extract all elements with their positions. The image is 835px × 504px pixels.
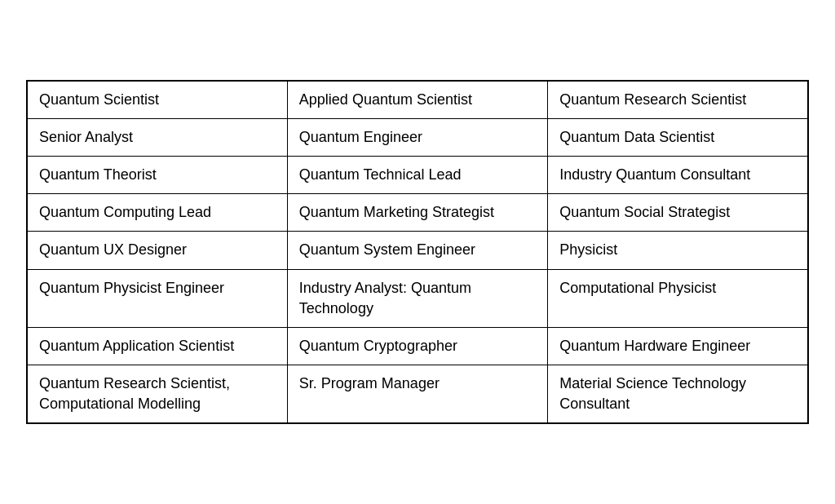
cell-r5-c0: Quantum Physicist Engineer (27, 269, 287, 327)
table-row: Quantum TheoristQuantum Technical LeadIn… (27, 156, 808, 193)
cell-r2-c2: Industry Quantum Consultant (548, 156, 808, 193)
cell-r7-c2: Material Science Technology Consultant (548, 365, 808, 424)
table-row: Quantum Computing LeadQuantum Marketing … (27, 194, 808, 232)
cell-r0-c2: Quantum Research Scientist (548, 81, 808, 119)
table-row: Quantum Physicist EngineerIndustry Analy… (27, 269, 808, 327)
cell-r1-c0: Senior Analyst (27, 118, 287, 156)
table-row: Quantum UX DesignerQuantum System Engine… (27, 232, 808, 269)
cell-r2-c0: Quantum Theorist (27, 156, 287, 193)
table-wrapper: Quantum ScientistApplied Quantum Scienti… (10, 64, 825, 441)
cell-r0-c1: Applied Quantum Scientist (287, 81, 547, 119)
cell-r7-c1: Sr. Program Manager (287, 365, 547, 424)
cell-r4-c2: Physicist (548, 232, 808, 269)
cell-r6-c0: Quantum Application Scientist (27, 327, 287, 365)
cell-r2-c1: Quantum Technical Lead (287, 156, 547, 193)
table-row: Quantum Research Scientist, Computationa… (27, 365, 808, 424)
cell-r6-c2: Quantum Hardware Engineer (548, 327, 808, 365)
cell-r7-c0: Quantum Research Scientist, Computationa… (27, 365, 287, 424)
cell-r1-c1: Quantum Engineer (287, 118, 547, 156)
cell-r0-c0: Quantum Scientist (27, 81, 287, 119)
table-row: Quantum Application ScientistQuantum Cry… (27, 327, 808, 365)
cell-r6-c1: Quantum Cryptographer (287, 327, 547, 365)
cell-r5-c1: Industry Analyst: Quantum Technology (287, 269, 547, 327)
cell-r3-c2: Quantum Social Strategist (548, 194, 808, 232)
job-titles-table: Quantum ScientistApplied Quantum Scienti… (26, 80, 809, 425)
cell-r3-c1: Quantum Marketing Strategist (287, 194, 547, 232)
cell-r1-c2: Quantum Data Scientist (548, 118, 808, 156)
cell-r5-c2: Computational Physicist (548, 269, 808, 327)
cell-r3-c0: Quantum Computing Lead (27, 194, 287, 232)
table-row: Senior AnalystQuantum EngineerQuantum Da… (27, 118, 808, 156)
cell-r4-c1: Quantum System Engineer (287, 232, 547, 269)
cell-r4-c0: Quantum UX Designer (27, 232, 287, 269)
table-row: Quantum ScientistApplied Quantum Scienti… (27, 81, 808, 119)
